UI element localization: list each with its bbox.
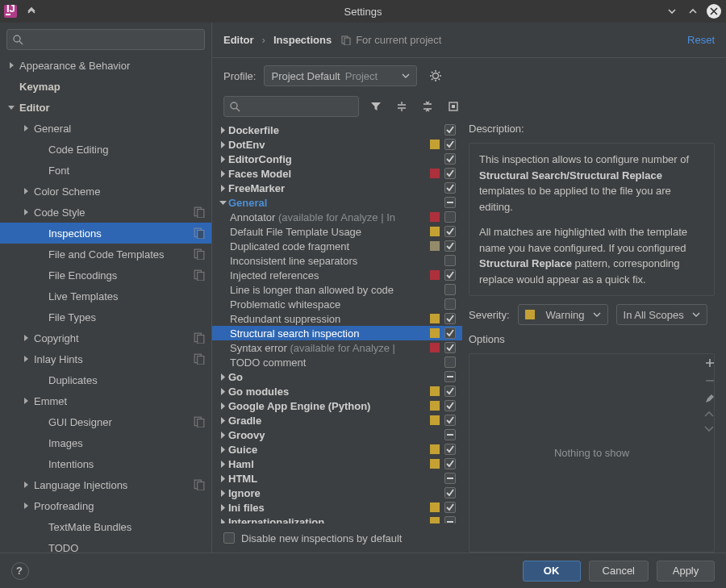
minimize-icon[interactable]: [663, 2, 681, 20]
move-down-button[interactable]: [704, 425, 716, 433]
inspection-row[interactable]: Line is longer than allowed by code: [212, 282, 462, 297]
inspection-row[interactable]: Guice: [212, 442, 462, 457]
inspection-row[interactable]: Duplicated code fragment: [212, 239, 462, 253]
sidebar-item-font[interactable]: Font: [0, 160, 211, 181]
inspection-row[interactable]: TODO comment: [212, 355, 462, 369]
inspection-row[interactable]: Ini files: [212, 500, 462, 515]
ok-button[interactable]: OK: [523, 561, 581, 582]
sidebar-item-textmate-bundles[interactable]: TextMate Bundles: [0, 516, 211, 537]
edit-button[interactable]: [704, 393, 716, 404]
disable-new-checkbox[interactable]: [223, 532, 235, 544]
inspections-tree[interactable]: DockerfileDotEnvEditorConfigFaces ModelF…: [212, 119, 462, 523]
inspection-row[interactable]: Groovy: [212, 427, 462, 442]
inspection-row[interactable]: Haml: [212, 457, 462, 471]
help-button[interactable]: ?: [11, 562, 29, 580]
sidebar-item-general[interactable]: General: [0, 118, 211, 139]
close-button[interactable]: [705, 2, 723, 20]
reset-defaults-button[interactable]: [444, 98, 462, 115]
inspection-checkbox[interactable]: [444, 400, 456, 411]
apply-button[interactable]: Apply: [657, 561, 715, 582]
inspection-row[interactable]: General: [212, 195, 462, 210]
sidebar-item-intentions[interactable]: Intentions: [0, 453, 211, 474]
remove-button[interactable]: [704, 375, 716, 386]
inspection-row[interactable]: Problematic whitespace: [212, 297, 462, 311]
profile-combo[interactable]: Project Default Project: [264, 65, 417, 86]
inspection-row[interactable]: Google App Engine (Python): [212, 398, 462, 413]
inspection-checkbox[interactable]: [444, 473, 456, 484]
inspection-row[interactable]: HTML: [212, 471, 462, 486]
inspection-row[interactable]: Syntax error (available for Analyze |: [212, 340, 462, 355]
sidebar-item-code-editing[interactable]: Code Editing: [0, 139, 211, 160]
inspection-row[interactable]: Inconsistent line separators: [212, 253, 462, 268]
sidebar-item-keymap[interactable]: Keymap: [0, 76, 211, 97]
inspection-checkbox[interactable]: [444, 182, 456, 194]
expand-all-button[interactable]: [393, 98, 411, 115]
inspection-checkbox[interactable]: [444, 516, 456, 523]
inspection-checkbox[interactable]: [444, 240, 456, 252]
inspection-checkbox[interactable]: [444, 327, 456, 339]
inspection-checkbox[interactable]: [444, 168, 456, 179]
inspection-checkbox[interactable]: [444, 226, 456, 237]
sidebar-item-gui-designer[interactable]: GUI Designer: [0, 411, 211, 432]
inspection-row[interactable]: Structural search inspection: [212, 326, 462, 340]
inspection-row[interactable]: Gradle: [212, 413, 462, 427]
inspection-checkbox[interactable]: [444, 444, 456, 455]
inspection-checkbox[interactable]: [444, 371, 456, 382]
breadcrumb-root[interactable]: Editor: [223, 34, 254, 46]
severity-combo[interactable]: Warning: [518, 304, 608, 325]
inspection-row[interactable]: Internationalization: [212, 515, 462, 523]
move-up-button[interactable]: [704, 411, 716, 419]
sidebar-item-file-encodings[interactable]: File Encodings: [0, 265, 211, 286]
inspection-row[interactable]: Go: [212, 369, 462, 384]
collapse-all-button[interactable]: [419, 98, 436, 115]
profile-settings-button[interactable]: [425, 65, 446, 86]
inspection-checkbox[interactable]: [444, 124, 456, 136]
scope-combo[interactable]: In All Scopes: [616, 304, 707, 325]
add-button[interactable]: [704, 357, 716, 369]
inspection-checkbox[interactable]: [444, 342, 456, 353]
inspection-checkbox[interactable]: [444, 211, 456, 223]
inspection-search[interactable]: [223, 96, 359, 117]
inspection-checkbox[interactable]: [444, 313, 456, 324]
inspection-row[interactable]: Injected references: [212, 268, 462, 282]
inspection-row[interactable]: Annotator (available for Analyze | In: [212, 210, 462, 224]
inspection-checkbox[interactable]: [444, 386, 456, 397]
inspection-row[interactable]: DotEnv: [212, 137, 462, 152]
inspection-checkbox[interactable]: [444, 487, 456, 498]
sidebar-item-todo[interactable]: TODO: [0, 537, 211, 553]
inspection-row[interactable]: Ignore: [212, 486, 462, 500]
inspection-checkbox[interactable]: [444, 139, 456, 150]
inspection-checkbox[interactable]: [444, 502, 456, 513]
inspection-checkbox[interactable]: [444, 197, 456, 208]
sidebar-item-editor[interactable]: Editor: [0, 97, 211, 118]
inspection-row[interactable]: Redundant suppression: [212, 311, 462, 326]
sidebar-item-file-and-code-templates[interactable]: File and Code Templates: [0, 244, 211, 265]
sidebar-search[interactable]: [6, 29, 205, 50]
inspection-row[interactable]: Faces Model: [212, 166, 462, 181]
inspection-checkbox[interactable]: [444, 298, 456, 310]
sidebar-item-inlay-hints[interactable]: Inlay Hints: [0, 348, 211, 369]
cancel-button[interactable]: Cancel: [589, 561, 649, 582]
inspection-row[interactable]: Go modules: [212, 384, 462, 398]
sidebar-item-inspections[interactable]: Inspections: [0, 223, 211, 244]
inspection-checkbox[interactable]: [444, 415, 456, 426]
inspection-checkbox[interactable]: [444, 357, 456, 368]
inspection-checkbox[interactable]: [444, 458, 456, 469]
sidebar-item-images[interactable]: Images: [0, 432, 211, 453]
reset-link[interactable]: Reset: [687, 34, 715, 46]
inspection-row[interactable]: FreeMarker: [212, 181, 462, 195]
sidebar-item-emmet[interactable]: Emmet: [0, 390, 211, 411]
expand-up-icon[interactable]: [23, 2, 40, 20]
maximize-icon[interactable]: [684, 2, 702, 20]
inspection-checkbox[interactable]: [444, 255, 456, 266]
sidebar-item-duplicates[interactable]: Duplicates: [0, 369, 211, 390]
sidebar-item-code-style[interactable]: Code Style: [0, 202, 211, 223]
inspection-row[interactable]: Default File Template Usage: [212, 224, 462, 239]
sidebar-item-live-templates[interactable]: Live Templates: [0, 286, 211, 307]
sidebar-item-appearance-behavior[interactable]: Appearance & Behavior: [0, 55, 211, 76]
sidebar-item-proofreading[interactable]: Proofreading: [0, 495, 211, 516]
inspection-checkbox[interactable]: [444, 284, 456, 295]
filter-button[interactable]: [367, 98, 385, 115]
sidebar-item-color-scheme[interactable]: Color Scheme: [0, 181, 211, 202]
inspection-row[interactable]: EditorConfig: [212, 152, 462, 166]
